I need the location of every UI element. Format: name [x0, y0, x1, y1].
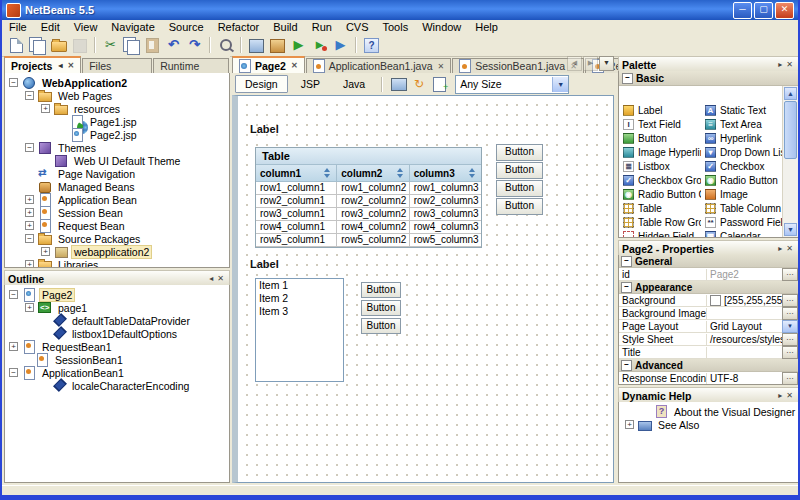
- editor-tab-page2[interactable]: Page2✕: [232, 56, 305, 73]
- collapse-icon[interactable]: [9, 368, 18, 377]
- palette-item-text-field[interactable]: IText Field: [619, 117, 701, 131]
- prop-row-page-layout[interactable]: Page Layout Grid Layout ▼: [619, 320, 798, 333]
- java-view-button[interactable]: Java: [333, 75, 375, 93]
- section-advanced[interactable]: −Advanced: [619, 359, 798, 372]
- design-view-button[interactable]: Design: [235, 75, 288, 93]
- outline-item-requestbean1[interactable]: RequestBean1: [5, 340, 229, 353]
- button-component-5[interactable]: Button: [361, 282, 401, 298]
- tree-item-themes[interactable]: Themes: [5, 141, 229, 154]
- table-component[interactable]: Table column1 column2 column3 row1_colum…: [255, 147, 482, 248]
- expand-icon[interactable]: [41, 104, 50, 113]
- tree-item-webapplication2-package[interactable]: webapplication2: [5, 245, 229, 258]
- button-component-2[interactable]: Button: [496, 162, 543, 179]
- palette-item-radio-button[interactable]: ◉Radio Button: [701, 173, 783, 187]
- label-component-1[interactable]: Label: [250, 123, 279, 135]
- ellipsis-button[interactable]: …: [782, 333, 798, 346]
- palette-item-hyperlink[interactable]: ∞Hyperlink: [701, 131, 783, 145]
- expand-icon[interactable]: [25, 221, 34, 230]
- collapse-icon[interactable]: −: [621, 282, 632, 293]
- tree-item-page-navigation[interactable]: Page Navigation: [5, 167, 229, 180]
- palette-item-radio-button-group[interactable]: ◉Radio Button Group: [619, 187, 701, 201]
- menu-navigate[interactable]: Navigate: [104, 20, 161, 34]
- table-column-header[interactable]: column3: [410, 165, 481, 182]
- tree-item-source-packages[interactable]: Source Packages: [5, 232, 229, 245]
- palette-item-drop-down-list[interactable]: ▾Drop Down List: [701, 145, 783, 159]
- close-panel-icon[interactable]: ✕: [784, 242, 795, 255]
- ellipsis-button[interactable]: …: [782, 346, 798, 359]
- collapse-icon[interactable]: [25, 234, 34, 243]
- outline-item-page1[interactable]: page1: [5, 301, 229, 314]
- palette-item-table-row-group[interactable]: Table Row Group: [619, 215, 701, 229]
- close-button[interactable]: ✕: [775, 2, 794, 19]
- expand-icon[interactable]: [25, 208, 34, 217]
- button-component-4[interactable]: Button: [496, 198, 543, 215]
- scroll-up-icon[interactable]: ▲: [784, 87, 797, 100]
- menu-cvs[interactable]: CVS: [339, 20, 376, 34]
- collapse-icon[interactable]: −: [622, 73, 633, 84]
- build-project-icon[interactable]: [268, 36, 287, 54]
- prop-value-id[interactable]: Page2: [707, 269, 782, 280]
- outline-item-page2[interactable]: Page2: [5, 288, 229, 301]
- expand-icon[interactable]: [25, 303, 34, 312]
- prop-value-background[interactable]: [255,255,255]: [707, 295, 782, 306]
- tree-item-resources[interactable]: resources: [5, 102, 229, 115]
- palette-item-table[interactable]: Table: [619, 201, 701, 215]
- sort-icon[interactable]: [468, 168, 477, 178]
- listbox-component[interactable]: Item 1 Item 2 Item 3: [255, 278, 344, 382]
- slide-right-icon[interactable]: ▸: [776, 389, 784, 402]
- undo-icon[interactable]: ↶: [164, 36, 183, 54]
- palette-item-checkbox-group[interactable]: ✓Checkbox Group: [619, 173, 701, 187]
- tree-item-libraries[interactable]: Libraries: [5, 258, 229, 268]
- collapse-icon[interactable]: [9, 78, 18, 87]
- prop-value-response-encoding[interactable]: UTF-8: [707, 373, 782, 384]
- scroll-tabs-right-icon[interactable]: ▶: [583, 56, 598, 71]
- preview-in-browser-icon[interactable]: [390, 76, 408, 92]
- scroll-tabs-left-icon[interactable]: ◀: [567, 56, 582, 71]
- expand-icon[interactable]: [625, 420, 634, 429]
- menu-window[interactable]: Window: [415, 20, 468, 34]
- tab-projects[interactable]: Projects ◂ ✕: [4, 56, 81, 73]
- minimize-button[interactable]: ─: [733, 2, 752, 19]
- menu-source[interactable]: Source: [162, 20, 211, 34]
- prop-value-page-layout[interactable]: Grid Layout: [707, 321, 782, 332]
- table-column-header[interactable]: column2: [337, 165, 409, 182]
- tree-item-managed-beans[interactable]: Managed Beans: [5, 180, 229, 193]
- page-size-combobox[interactable]: Any Size ▼: [455, 75, 569, 94]
- expand-icon[interactable]: [41, 247, 50, 256]
- button-component-7[interactable]: Button: [361, 318, 401, 334]
- menu-refactor[interactable]: Refactor: [211, 20, 267, 34]
- expand-icon[interactable]: [25, 195, 34, 204]
- run-file-icon[interactable]: ▶: [331, 36, 350, 54]
- new-file-icon[interactable]: [7, 36, 26, 54]
- combobox-arrow-icon[interactable]: ▼: [552, 77, 568, 92]
- ellipsis-button[interactable]: …: [782, 268, 798, 281]
- tab-list-dropdown-icon[interactable]: ▼: [599, 56, 614, 71]
- deploy-project-icon[interactable]: [247, 36, 266, 54]
- help-item-about-visual-designer[interactable]: About the Visual Designer: [619, 405, 798, 418]
- palette-item-calendar[interactable]: ▦Calendar: [701, 229, 783, 238]
- ellipsis-button[interactable]: …: [782, 385, 798, 386]
- prop-value-style-sheet[interactable]: /resources/stylesheet....: [707, 334, 782, 345]
- close-tab-icon[interactable]: ✕: [67, 61, 74, 70]
- menu-file[interactable]: File: [2, 20, 34, 34]
- editor-tab-sessionbean1[interactable]: SessionBean1.java✕: [452, 58, 584, 73]
- table-column-header[interactable]: column1: [256, 165, 337, 182]
- palette-item-password-field[interactable]: **Password Field: [701, 215, 783, 229]
- slide-left-icon[interactable]: ◂: [58, 61, 62, 70]
- cut-icon[interactable]: ✂: [101, 36, 120, 54]
- palette-scrollbar[interactable]: ▲ ▼: [782, 86, 798, 237]
- help-icon[interactable]: ?: [362, 36, 381, 54]
- palette-section-basic[interactable]: −Basic: [619, 71, 798, 86]
- button-component-1[interactable]: Button: [496, 144, 543, 161]
- prop-row-title[interactable]: Title …: [619, 346, 798, 359]
- outline-item-applicationbean1[interactable]: ApplicationBean1: [5, 366, 229, 379]
- palette-item-static-text[interactable]: AStatic Text: [701, 103, 783, 117]
- palette-item-hidden-field[interactable]: Hidden Field: [619, 229, 701, 238]
- tree-item-web-ui-default-theme[interactable]: Web UI Default Theme: [5, 154, 229, 167]
- paste-icon[interactable]: [143, 36, 162, 54]
- menu-help[interactable]: Help: [468, 20, 505, 34]
- close-panel-icon[interactable]: ✕: [784, 58, 795, 71]
- tab-files[interactable]: Files: [82, 58, 152, 73]
- outline-item-sessionbean1[interactable]: SessionBean1: [5, 353, 229, 366]
- tree-item-page2-jsp[interactable]: Page2.jsp: [5, 128, 229, 141]
